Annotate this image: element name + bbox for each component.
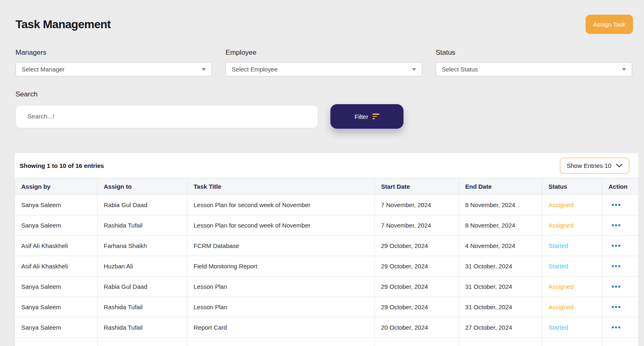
managers-label: Managers (16, 49, 212, 57)
cell-assign-by: Asif Ali Khaskheli (15, 256, 98, 277)
column-header-task-title: Task Title (187, 178, 375, 195)
search-label: Search (16, 90, 644, 98)
cell-start-date: 29 October, 2024 (375, 277, 459, 297)
cell-start-date: 7 November, 2024 (375, 195, 459, 215)
cell-assign-by: Asif Ali Khaskheli (15, 236, 98, 256)
table-row (15, 338, 639, 346)
assign-task-button[interactable]: Assign Task (586, 15, 633, 34)
table-row: Sanya SaleemRabia Gul DaadLesson Plan29 … (15, 277, 639, 297)
cell-assign-to: Huzban Ali (98, 256, 187, 277)
cell-assign-to: Rabia Gul Daad (98, 195, 187, 215)
ellipsis-actions-icon[interactable] (608, 326, 622, 328)
status-filter: Status Select Status (436, 49, 632, 76)
cell-action (602, 317, 639, 338)
table-row: Sanya SaleemRashida TufailLesson Plan29 … (15, 297, 639, 317)
cell-end-date: 31 October, 2024 (459, 256, 542, 277)
show-entries-label: Show Entries 10 (567, 162, 611, 169)
table-row: Sanya SaleemRabia Gul DaadLesson Plan fo… (15, 195, 639, 215)
employee-select[interactable]: Select Employee (225, 62, 422, 76)
cell-assign-by: Sanya Saleem (15, 195, 98, 215)
employee-filter: Employee Select Employee (225, 49, 422, 76)
cell-task-title: Lesson Plan (187, 297, 375, 317)
column-header-start-date: Start Date (375, 178, 459, 195)
cell-task-title: Lesson Plan for second week of November (187, 195, 375, 215)
status-badge: Assigned (542, 297, 602, 317)
cell-assign-by: Sanya Saleem (15, 277, 98, 297)
cell-action (602, 236, 639, 256)
table-row: Asif Ali KhaskheliFarhana ShaikhFCRM Dat… (15, 236, 639, 256)
employee-label: Employee (225, 49, 422, 57)
chevron-down-icon (622, 68, 626, 71)
ellipsis-actions-icon[interactable] (608, 245, 622, 247)
cell-task-title: Field Monitoring Report (187, 256, 375, 277)
table-row: Asif Ali KhaskheliHuzban AliField Monito… (15, 256, 639, 277)
status-badge: Assigned (542, 195, 602, 215)
cell-assign-to: Rabia Gul Daad (98, 277, 187, 297)
column-header-status: Status (542, 178, 602, 195)
table-row: Sanya SaleemRashida TufailReport Card20 … (15, 317, 639, 338)
table-header-row: Assign byAssign toTask TitleStart DateEn… (15, 178, 639, 195)
cell-end-date: 8 November, 2024 (459, 215, 542, 236)
status-badge: Started (542, 256, 602, 277)
cell-task-title: FCRM Database (187, 236, 375, 256)
cell-end-date: 4 November, 2024 (459, 236, 542, 256)
status-select-value: Select Status (442, 66, 478, 73)
status-badge: Assigned (542, 277, 602, 297)
employee-select-value: Select Employee (232, 66, 278, 73)
status-select[interactable]: Select Status (436, 62, 632, 76)
cell-start-date: 7 November, 2024 (375, 215, 459, 236)
status-badge: Started (542, 236, 602, 256)
column-header-end-date: End Date (459, 178, 542, 195)
cell-start-date: 20 October, 2024 (375, 317, 459, 338)
cell-end-date: 31 October, 2024 (459, 277, 542, 297)
tasks-panel: Showing 1 to 10 of 16 entries Show Entri… (15, 153, 638, 345)
filter-button-label: Filter (354, 113, 368, 120)
ellipsis-actions-icon[interactable] (608, 224, 622, 226)
entries-summary: Showing 1 to 10 of 16 entries (20, 162, 104, 169)
manager-select[interactable]: Select Manager (16, 62, 212, 76)
filters-row: Managers Select Manager Employee Select … (16, 49, 632, 76)
status-badge: Started (542, 317, 602, 338)
cell-start-date: 29 October, 2024 (375, 236, 459, 256)
cell-action (602, 297, 639, 317)
managers-filter: Managers Select Manager (16, 49, 212, 76)
ellipsis-actions-icon[interactable] (608, 306, 622, 308)
search-input[interactable] (16, 105, 318, 128)
ellipsis-actions-icon[interactable] (608, 265, 622, 267)
cell-assign-by: Sanya Saleem (15, 317, 98, 338)
chevron-down-icon (412, 68, 416, 71)
cell-action (602, 195, 639, 215)
show-entries-dropdown[interactable]: Show Entries 10 (560, 158, 629, 174)
cell-end-date: 31 October, 2024 (459, 297, 542, 317)
cell-assign-to: Rashida Tufail (98, 317, 187, 338)
cell-end-date: 8 November, 2024 (459, 195, 542, 215)
table-row: Sanya SaleemRashida TufailLesson Plan fo… (15, 215, 639, 236)
filter-lines-icon (372, 114, 379, 119)
status-badge: Assigned (542, 215, 602, 236)
cell-action (602, 256, 639, 277)
cell-action (602, 215, 639, 236)
filter-button[interactable]: Filter (330, 104, 403, 129)
cell-task-title: Report Card (187, 317, 375, 338)
manager-select-value: Select Manager (22, 66, 65, 73)
status-label: Status (436, 49, 632, 57)
cell-assign-by: Sanya Saleem (15, 215, 98, 236)
cell-start-date: 29 October, 2024 (375, 297, 459, 317)
cell-task-title: Lesson Plan (187, 277, 375, 297)
column-header-action: Action (602, 178, 639, 195)
chevron-down-icon (202, 68, 206, 71)
column-header-assign-by: Assign by (15, 178, 98, 195)
cell-assign-to: Rashida Tufail (98, 297, 187, 317)
chevron-down-icon (616, 164, 622, 167)
search-section: Search Filter (16, 90, 644, 129)
tasks-table: Assign byAssign toTask TitleStart DateEn… (15, 178, 639, 346)
panel-header: Showing 1 to 10 of 16 entries Show Entri… (15, 153, 638, 178)
cell-action (602, 277, 639, 297)
cell-assign-to: Farhana Shaikh (98, 236, 187, 256)
cell-assign-by: Sanya Saleem (15, 297, 98, 317)
page-title: Task Management (16, 18, 111, 31)
column-header-assign-to: Assign to (98, 178, 187, 195)
cell-task-title: Lesson Plan for second week of November (187, 215, 375, 236)
ellipsis-actions-icon[interactable] (608, 204, 622, 206)
ellipsis-actions-icon[interactable] (608, 286, 622, 288)
